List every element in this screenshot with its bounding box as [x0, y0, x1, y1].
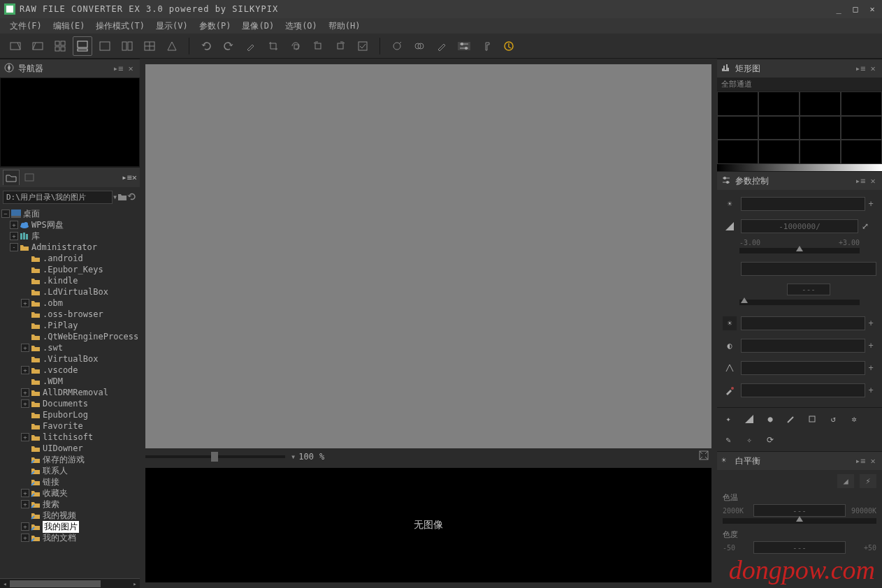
- expand-icon[interactable]: +: [10, 232, 18, 240]
- reset-icon[interactable]: ↺: [826, 412, 840, 426]
- browse-folder-icon[interactable]: [117, 189, 127, 205]
- saturation-select[interactable]: [741, 383, 865, 397]
- histogram-channel-select[interactable]: 全部通道: [717, 78, 882, 91]
- layout-quad-icon[interactable]: [140, 36, 159, 56]
- minimize-button[interactable]: _: [833, 3, 844, 15]
- tree-item[interactable]: +Favorite: [0, 420, 140, 432]
- lens-icon[interactable]: ●: [763, 412, 777, 426]
- tree-item[interactable]: +.QtWebEngineProcess: [0, 331, 140, 342]
- wb-picker-icon[interactable]: ◢: [837, 474, 854, 488]
- tree-item[interactable]: +.swt: [0, 342, 140, 353]
- layout-single-icon[interactable]: [95, 36, 115, 56]
- menu-item[interactable]: 帮助(H): [323, 19, 366, 34]
- collection-tab-icon[interactable]: [21, 170, 38, 185]
- crop-icon[interactable]: [263, 36, 283, 56]
- expand-icon[interactable]: +: [21, 366, 29, 374]
- layout-grid-icon[interactable]: [50, 36, 70, 56]
- panel-close-icon[interactable]: ✕: [132, 172, 137, 182]
- menu-item[interactable]: 操作模式(T): [90, 19, 150, 34]
- paint-icon[interactable]: ✎: [721, 433, 735, 447]
- refresh-icon[interactable]: [127, 189, 137, 205]
- menu-item[interactable]: 文件(F): [4, 19, 48, 34]
- panel-close-icon[interactable]: ✕: [868, 64, 878, 73]
- panel-close-icon[interactable]: ✕: [868, 456, 878, 466]
- tree-item[interactable]: +.VirtualBox: [0, 353, 140, 365]
- rotate-left-icon[interactable]: [308, 36, 328, 56]
- expand-icon[interactable]: +: [21, 344, 29, 352]
- menu-item[interactable]: 选项(O): [280, 19, 323, 34]
- menu-item[interactable]: 编辑(E): [48, 19, 91, 34]
- scroll-thumb[interactable]: [10, 580, 101, 587]
- menu-item[interactable]: 显像(D): [236, 19, 280, 34]
- expand-icon[interactable]: +: [21, 534, 29, 542]
- expand-icon[interactable]: +: [21, 388, 29, 397]
- tree-item[interactable]: +.vscode: [0, 365, 140, 376]
- menu-item[interactable]: 显示(V): [150, 19, 194, 34]
- checkmark-icon[interactable]: [353, 36, 373, 56]
- tone-icon[interactable]: [742, 412, 756, 426]
- add-icon[interactable]: +: [865, 341, 876, 351]
- layout-combo-icon[interactable]: [73, 36, 92, 56]
- zoom-slider-handle[interactable]: [211, 452, 218, 462]
- panel-close-icon[interactable]: ✕: [868, 176, 878, 186]
- path-input[interactable]: [3, 191, 113, 204]
- develop-icon[interactable]: [387, 36, 407, 56]
- add-preset-icon[interactable]: +: [865, 199, 876, 209]
- panel-menu-icon[interactable]: ▸≡: [855, 64, 865, 73]
- exposure-value[interactable]: -1000000/: [741, 219, 858, 233]
- redo-icon[interactable]: [219, 36, 238, 56]
- add-icon[interactable]: +: [865, 318, 876, 328]
- chevron-down-icon[interactable]: ▾: [113, 189, 117, 205]
- menu-item[interactable]: 参数(P): [194, 19, 237, 34]
- slider-handle[interactable]: [741, 297, 748, 303]
- maximize-button[interactable]: □: [850, 3, 861, 15]
- gear-icon[interactable]: ✲: [847, 412, 861, 426]
- tree-item[interactable]: +.Epubor_Keys: [0, 264, 140, 275]
- crop-tool-icon[interactable]: [805, 412, 819, 426]
- panel-menu-icon[interactable]: ▸≡: [855, 176, 865, 186]
- slider-handle[interactable]: [796, 516, 803, 522]
- tree-item[interactable]: +.PiPlay: [0, 320, 140, 331]
- collapse-icon[interactable]: -: [10, 243, 18, 251]
- expand-icon[interactable]: +: [21, 522, 29, 531]
- tree-item[interactable]: +.WDM: [0, 376, 140, 387]
- hammer-icon[interactable]: [477, 36, 496, 56]
- close-button[interactable]: ✕: [867, 3, 878, 15]
- mode-thumb-icon[interactable]: [6, 36, 25, 56]
- add-icon[interactable]: +: [865, 363, 876, 373]
- batch-icon[interactable]: [410, 36, 429, 56]
- exposure-slider[interactable]: [739, 248, 860, 253]
- tree-item[interactable]: +.obm: [0, 297, 140, 309]
- panel-menu-icon[interactable]: ▸≡: [122, 172, 131, 182]
- warning-icon[interactable]: [162, 36, 182, 56]
- tree-item[interactable]: +我的文档: [0, 532, 140, 543]
- brightness-select[interactable]: [741, 316, 865, 330]
- eyedropper-icon[interactable]: [241, 36, 261, 56]
- zoom-dropdown-icon[interactable]: ▾: [291, 452, 296, 462]
- preview-canvas[interactable]: [145, 64, 711, 448]
- rotate-icon[interactable]: [286, 36, 305, 56]
- temp-slider[interactable]: [723, 518, 876, 524]
- panel-close-icon[interactable]: ✕: [126, 64, 136, 73]
- horizontal-scrollbar[interactable]: ◂ ▸: [0, 578, 140, 588]
- tree-item[interactable]: -Administrator: [0, 242, 140, 253]
- collapse-icon[interactable]: −: [1, 210, 10, 218]
- expand-icon[interactable]: +: [21, 399, 29, 408]
- tree-item[interactable]: +我的图片: [0, 521, 140, 532]
- sync-icon[interactable]: ⟳: [763, 433, 777, 447]
- highlight-icon[interactable]: ✦: [721, 412, 735, 426]
- nr-icon[interactable]: [784, 412, 798, 426]
- tree-item[interactable]: +AllDRMRemoval: [0, 387, 140, 398]
- expand-icon[interactable]: +: [21, 489, 29, 497]
- tree-item[interactable]: +搜索: [0, 499, 140, 510]
- contrast-select[interactable]: [741, 339, 865, 353]
- mode-preview-icon[interactable]: [28, 36, 48, 56]
- scroll-left-icon[interactable]: ◂: [0, 579, 10, 588]
- tree-item[interactable]: +.LdVirtualBox: [0, 286, 140, 297]
- expand-icon[interactable]: +: [10, 221, 18, 229]
- tree-item[interactable]: +.oss-browser: [0, 309, 140, 320]
- layout-split-v-icon[interactable]: [117, 36, 137, 56]
- tree-item[interactable]: +WPS网盘: [0, 219, 140, 230]
- tree-item[interactable]: +收藏夹: [0, 487, 140, 499]
- expand-icon[interactable]: +: [21, 299, 29, 307]
